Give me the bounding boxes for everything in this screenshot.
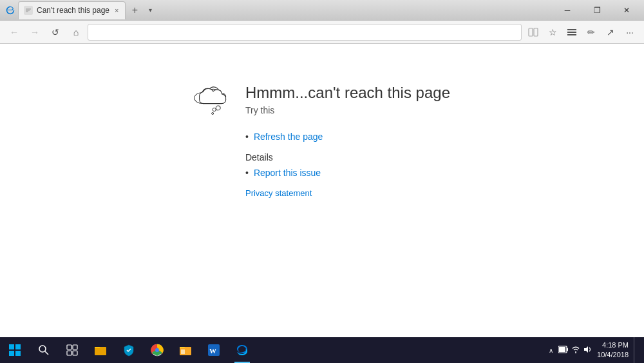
svg-rect-1 [529, 28, 533, 36]
svg-rect-5 [567, 34, 576, 35]
share-button[interactable]: ↗ [601, 23, 620, 41]
bullet-1: • [245, 132, 249, 142]
bullet-2: • [245, 168, 249, 178]
hub-button[interactable] [563, 23, 581, 41]
cloud-icon [194, 83, 232, 121]
svg-rect-2 [534, 28, 538, 36]
navigation-bar: ← → ↺ ⌂ ☆ ✏ ↗ ··· [0, 21, 644, 44]
report-link[interactable]: Report this issue [254, 168, 321, 178]
home-button[interactable]: ⌂ [67, 23, 85, 41]
refresh-link[interactable]: Refresh the page [254, 132, 323, 142]
minimize-button[interactable]: ─ [553, 0, 582, 21]
svg-rect-3 [567, 29, 576, 30]
details-label: Details [245, 152, 323, 162]
close-button[interactable]: ✕ [612, 0, 641, 21]
error-subtitle: Try this [245, 105, 450, 115]
error-text: Hmmm...can't reach this page Try this [245, 83, 450, 115]
refresh-item: • Refresh the page [245, 132, 323, 142]
svg-rect-4 [567, 32, 576, 33]
error-body: • Refresh the page Details • Report this… [245, 132, 323, 198]
page-content: Hmmm...can't reach this page Try this • … [0, 44, 644, 337]
svg-point-12 [212, 112, 214, 114]
tab-close-button[interactable]: × [113, 5, 120, 15]
privacy-link[interactable]: Privacy statement [245, 188, 323, 198]
toolbar-right: ☆ ✏ ↗ ··· [524, 23, 639, 41]
svg-point-11 [213, 108, 216, 111]
favorites-button[interactable]: ☆ [544, 23, 562, 41]
edge-window-icon [5, 5, 15, 15]
svg-point-6 [216, 106, 220, 110]
more-button[interactable]: ··· [621, 23, 639, 41]
error-header: Hmmm...can't reach this page Try this [194, 83, 450, 121]
back-button[interactable]: ← [5, 23, 23, 41]
error-title: Hmmm...can't reach this page [245, 83, 450, 103]
report-item: • Report this issue [245, 168, 323, 178]
tab-dropdown-button[interactable]: ▾ [144, 4, 156, 17]
notes-button[interactable]: ✏ [582, 23, 600, 41]
error-container: Hmmm...can't reach this page Try this • … [194, 83, 450, 198]
new-tab-button[interactable]: + [126, 1, 144, 19]
title-bar-left [3, 5, 15, 15]
tab-bar: Can't reach this page × + ▾ [18, 1, 550, 19]
tab-title: Can't reach this page [37, 6, 109, 15]
refresh-button[interactable]: ↺ [46, 23, 64, 41]
read-view-button[interactable] [524, 23, 542, 41]
title-bar: Can't reach this page × + ▾ ─ ❐ ✕ [0, 0, 644, 21]
tab-icon [24, 6, 33, 15]
active-tab[interactable]: Can't reach this page × [18, 1, 126, 19]
forward-button[interactable]: → [26, 23, 44, 41]
window-controls: ─ ❐ ✕ [553, 0, 641, 21]
restore-button[interactable]: ❐ [582, 0, 612, 21]
address-bar[interactable] [88, 24, 522, 41]
